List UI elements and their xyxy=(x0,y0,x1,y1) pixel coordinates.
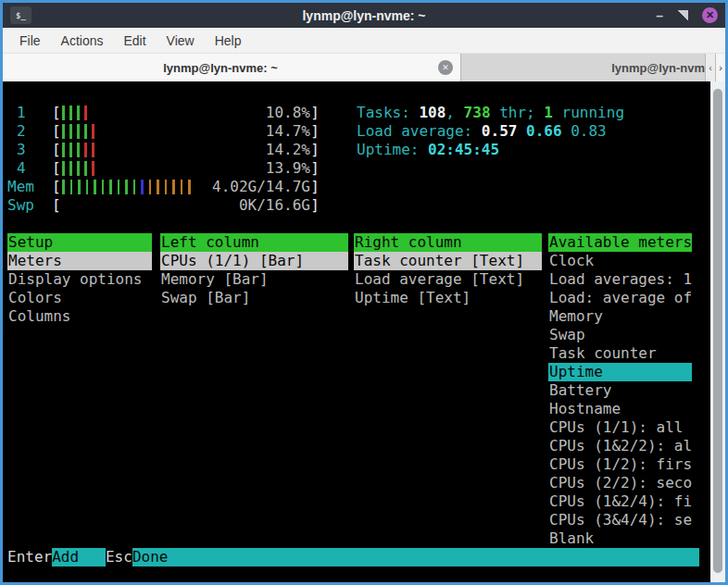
meter-tick-green xyxy=(70,180,73,194)
meter-tick-green xyxy=(62,143,65,157)
setup-item[interactable]: Uptime xyxy=(548,363,692,381)
setup-item[interactable]: Meters xyxy=(7,252,152,270)
minimize-icon[interactable]: – xyxy=(656,11,663,20)
meter-row: 2[14.7%] xyxy=(7,122,320,141)
meter-label: 1 xyxy=(17,104,26,122)
menu-edit[interactable]: Edit xyxy=(113,33,156,48)
terminal-app-icon: $_ xyxy=(10,6,31,24)
tab-scroll-left-icon[interactable]: ‹ xyxy=(705,54,715,81)
meter-bracket-open: [ xyxy=(52,196,61,215)
meter-bracket-open: [ xyxy=(52,141,61,159)
text-segment: 0.83 xyxy=(571,122,607,140)
meter-ticks xyxy=(62,143,99,157)
meter-tick-green xyxy=(69,106,72,120)
text-segment: Tasks: xyxy=(357,104,419,121)
menu-file[interactable]: File xyxy=(9,33,51,48)
text-segment: 0.57 xyxy=(482,122,526,140)
meter-tick-green xyxy=(86,180,89,194)
scrollbar-thumb[interactable] xyxy=(713,89,722,573)
meter-tick-green xyxy=(69,161,72,176)
meter-tick-green xyxy=(62,161,65,176)
text-segment: 0.66 xyxy=(526,122,571,140)
title-bar: $_ lynmp@lyn-nvme: ~ – ✕ xyxy=(3,3,725,28)
setup-item[interactable]: CPUs (1&2/4): fi xyxy=(548,492,692,511)
text-segment: 02:45:45 xyxy=(428,141,499,158)
close-icon[interactable]: ✕ xyxy=(702,7,718,23)
meter-row: 4[13.9%] xyxy=(7,159,320,178)
meter-value: 13.9% xyxy=(266,159,310,178)
setup-column-header: Left column xyxy=(160,233,348,252)
tab-close-icon[interactable]: ✕ xyxy=(438,60,453,75)
setup-item[interactable]: Swap xyxy=(548,326,692,344)
function-key-label[interactable]: Done xyxy=(132,548,699,566)
menu-view[interactable]: View xyxy=(157,33,205,48)
tab-inactive[interactable]: lynmp@lyn-nvm xyxy=(461,54,705,81)
htop-terminal[interactable]: 1[10.8%]2[14.7%]3[14.2%]4[13.9%]Mem[4.02… xyxy=(3,81,725,582)
setup-item[interactable]: Load: average of xyxy=(548,289,692,307)
meter-bracket-open: [ xyxy=(52,159,61,178)
setup-item[interactable]: Colors xyxy=(7,289,152,307)
setup-item[interactable]: Clock xyxy=(548,252,692,270)
menu-help[interactable]: Help xyxy=(205,33,252,48)
setup-item[interactable]: Blank xyxy=(548,529,692,548)
setup-item[interactable]: Columns xyxy=(7,307,152,326)
maximize-icon[interactable] xyxy=(677,10,688,21)
meter-value: 14.2% xyxy=(266,141,310,159)
setup-item[interactable]: Battery xyxy=(548,381,692,400)
meter-label: 4 xyxy=(17,159,26,178)
menu-actions[interactable]: Actions xyxy=(51,33,114,48)
setup-item[interactable]: CPUs (1/1) [Bar] xyxy=(160,252,348,270)
meter-bracket-open: [ xyxy=(52,122,61,141)
meter-ticks xyxy=(62,161,99,176)
setup-item[interactable]: Task counter [Text] xyxy=(354,252,542,270)
meter-tick-green xyxy=(102,180,105,194)
uptime-line: Uptime: 02:45:45 xyxy=(357,141,499,159)
meter-tick-green xyxy=(77,161,80,176)
meter-tick-green xyxy=(62,124,65,139)
window-title: lynmp@lyn-nvme: ~ xyxy=(3,8,725,23)
meter-label: 2 xyxy=(17,122,26,141)
function-key-bar: EnterAdd EscDone xyxy=(7,548,699,566)
meter-tick-green xyxy=(77,106,80,120)
meter-tick-orange xyxy=(181,180,183,194)
meter-ticks xyxy=(62,124,99,139)
setup-item[interactable]: CPUs (1/2): firs xyxy=(548,455,692,474)
meter-tick-green xyxy=(77,124,80,139)
function-key-label[interactable]: Add xyxy=(52,548,106,566)
setup-item[interactable]: Uptime [Text] xyxy=(354,289,542,307)
setup-item[interactable]: Task counter xyxy=(548,344,692,363)
meter-bracket-close: ] xyxy=(310,159,320,178)
meter-bracket-close: ] xyxy=(310,104,320,122)
setup-item[interactable]: Hostname xyxy=(548,400,692,418)
meter-value: 4.02G/14.7G xyxy=(212,178,310,196)
meter-tick-blue xyxy=(141,180,144,194)
setup-item[interactable]: CPUs (1/1): all xyxy=(548,418,692,437)
setup-item[interactable]: Load averages: 1 xyxy=(548,270,692,289)
setup-item[interactable]: Memory xyxy=(548,307,692,326)
meter-label: Mem xyxy=(7,178,34,196)
meter-bracket-close: ] xyxy=(310,141,320,159)
setup-item[interactable]: Swap [Bar] xyxy=(160,289,348,307)
meter-label: Swp xyxy=(7,196,34,215)
setup-column: Right columnTask counter [Text]Load aver… xyxy=(354,233,542,307)
text-segment: 738 xyxy=(464,104,491,121)
setup-item[interactable]: Memory [Bar] xyxy=(160,270,348,289)
meter-row: 1[10.8%] xyxy=(7,104,320,122)
meter-tick-orange xyxy=(188,180,191,194)
meter-value: 0K/16.6G xyxy=(239,196,310,215)
setup-item[interactable]: Load average [Text] xyxy=(354,270,542,289)
meter-tick-green xyxy=(84,124,87,139)
terminal-scrollbar[interactable] xyxy=(710,81,725,582)
meter-row: Swp[0K/16.6G] xyxy=(7,196,320,215)
meter-tick-orange xyxy=(165,180,168,194)
tab-scroll-right-icon[interactable]: › xyxy=(715,54,725,81)
meter-tick-green xyxy=(94,180,96,194)
setup-item[interactable]: Display options xyxy=(7,270,152,289)
meter-bracket-open: [ xyxy=(52,178,61,196)
setup-item[interactable]: CPUs (3&4/4): se xyxy=(548,511,692,529)
tab-bar: lynmp@lyn-nvme: ~ ✕ lynmp@lyn-nvm ‹ › xyxy=(3,54,725,81)
setup-item[interactable]: CPUs (1&2/2): al xyxy=(548,437,692,455)
meter-tick-green xyxy=(69,143,72,157)
tab-active[interactable]: lynmp@lyn-nvme: ~ ✕ xyxy=(3,54,461,81)
setup-item[interactable]: CPUs (2/2): seco xyxy=(548,474,692,492)
